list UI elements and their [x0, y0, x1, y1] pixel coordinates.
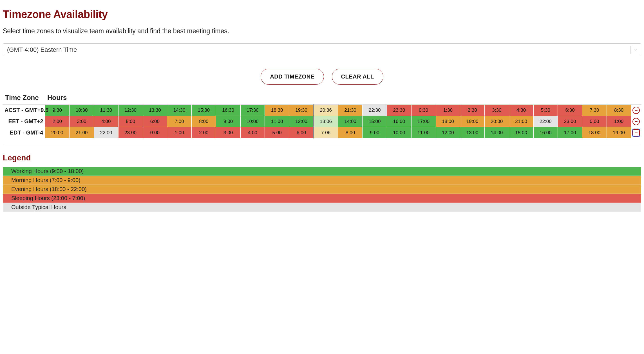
hour-cell[interactable]: 17:00	[411, 116, 436, 127]
hour-cell[interactable]: 9:00	[216, 116, 240, 127]
legend-item: Working Hours (9:00 - 18:00)	[3, 167, 641, 176]
legend-list: Working Hours (9:00 - 18:00)Morning Hour…	[3, 167, 641, 212]
hour-cell[interactable]: 2:00	[45, 116, 70, 127]
hour-cell[interactable]: 1:30	[436, 105, 460, 116]
hour-cell[interactable]: 9:00	[363, 127, 387, 138]
hour-cell[interactable]: 16:00	[533, 127, 558, 138]
table-header-hours: Hours	[45, 92, 631, 105]
hour-cell[interactable]: 11:00	[411, 127, 436, 138]
hour-cell[interactable]: 10:00	[240, 116, 265, 127]
timezone-select[interactable]: (GMT-4:00) Eastern Time	[3, 43, 641, 56]
hour-cell[interactable]: 11:30	[94, 105, 118, 116]
hour-cell[interactable]: 0:00	[143, 127, 167, 138]
hour-cell[interactable]: 23:00	[558, 116, 582, 127]
legend-item: Morning Hours (7:00 - 9:00)	[3, 176, 641, 185]
legend-title: Legend	[3, 153, 641, 162]
hour-cell[interactable]: 0:00	[582, 116, 607, 127]
hour-cell[interactable]: 16:00	[387, 116, 412, 127]
hour-cell[interactable]: 5:00	[265, 127, 289, 138]
hour-cell[interactable]: 7:00	[167, 116, 192, 127]
hour-cell[interactable]: 7:30	[582, 105, 607, 116]
legend-item: Outside Typical Hours	[3, 203, 641, 212]
timezone-label: ACST - GMT+9.5	[3, 105, 45, 116]
hour-cell[interactable]: 8:00	[338, 127, 363, 138]
add-timezone-button[interactable]: ADD TIMEZONE	[261, 69, 324, 85]
table-header-timezone: Time Zone	[3, 92, 45, 105]
hour-cell[interactable]: 20:00	[45, 127, 70, 138]
hour-cell[interactable]: 19:30	[289, 105, 314, 116]
page-container: Timezone Availability Select time zones …	[0, 0, 644, 223]
legend-item: Evening Hours (18:00 - 22:00)	[3, 185, 641, 194]
hour-cell[interactable]: 14:30	[167, 105, 192, 116]
hour-cell[interactable]: 13:06	[314, 116, 338, 127]
hour-cell[interactable]: 8:30	[607, 105, 631, 116]
hour-cell[interactable]: 13:00	[460, 127, 485, 138]
hour-cell[interactable]: 18:00	[436, 116, 460, 127]
hour-cell[interactable]: 3:00	[216, 127, 240, 138]
hour-cell[interactable]: 5:00	[118, 116, 143, 127]
timezone-table: Time Zone Hours ACST - GMT+9.59:3010:301…	[3, 92, 641, 138]
hour-cell[interactable]: 2:00	[192, 127, 216, 138]
chevron-down-icon[interactable]	[631, 44, 641, 56]
hour-cell[interactable]: 3:00	[70, 116, 94, 127]
hour-cell[interactable]: 6:00	[143, 116, 167, 127]
clear-all-button[interactable]: CLEAR ALL	[332, 69, 383, 85]
hour-cell[interactable]: 18:30	[265, 105, 289, 116]
minus-circle-icon	[634, 120, 638, 124]
hour-cell[interactable]: 8:00	[192, 116, 216, 127]
hour-cell[interactable]: 14:00	[485, 127, 509, 138]
table-row: ACST - GMT+9.59:3010:3011:3012:3013:3014…	[3, 105, 641, 116]
hour-cell[interactable]: 13:30	[143, 105, 167, 116]
hour-cell[interactable]: 23:00	[118, 127, 143, 138]
hour-cell[interactable]: 14:00	[338, 116, 363, 127]
section-divider	[3, 145, 641, 145]
hour-cell[interactable]: 15:00	[509, 127, 533, 138]
hour-cell[interactable]: 22:00	[94, 127, 118, 138]
minus-circle-icon	[634, 108, 638, 112]
hour-cell[interactable]: 23:30	[387, 105, 412, 116]
minus-circle-icon	[634, 131, 638, 135]
remove-timezone-button[interactable]	[632, 129, 640, 136]
hour-cell[interactable]: 1:00	[607, 116, 631, 127]
hour-cell[interactable]: 4:00	[94, 116, 118, 127]
hour-cell[interactable]: 2:30	[460, 105, 485, 116]
hour-cell[interactable]: 18:00	[582, 127, 607, 138]
remove-timezone-button[interactable]	[632, 107, 640, 114]
hour-cell[interactable]: 21:00	[509, 116, 533, 127]
timezone-label: EDT - GMT-4	[3, 127, 45, 138]
hour-cell[interactable]: 20:00	[485, 116, 509, 127]
hour-cell[interactable]: 12:00	[289, 116, 314, 127]
hour-cell[interactable]: 1:00	[167, 127, 192, 138]
hour-cell[interactable]: 19:00	[460, 116, 485, 127]
hour-cell[interactable]: 4:00	[240, 127, 265, 138]
hour-cell[interactable]: 21:30	[338, 105, 363, 116]
hour-cell[interactable]: 11:00	[265, 116, 289, 127]
hour-cell[interactable]: 0:30	[411, 105, 436, 116]
hour-cell[interactable]: 10:00	[387, 127, 412, 138]
remove-timezone-button[interactable]	[632, 118, 640, 125]
hour-cell[interactable]: 12:30	[118, 105, 143, 116]
table-row: EET - GMT+22:003:004:005:006:007:008:009…	[3, 116, 641, 127]
hour-cell[interactable]: 19:00	[607, 127, 631, 138]
hour-cell[interactable]: 22:00	[533, 116, 558, 127]
hour-cell[interactable]: 5:30	[533, 105, 558, 116]
hour-cell[interactable]: 22:30	[363, 105, 387, 116]
buttons-row: ADD TIMEZONE CLEAR ALL	[3, 69, 641, 85]
hour-cell[interactable]: 7:06	[314, 127, 338, 138]
hour-cell[interactable]: 15:30	[192, 105, 216, 116]
hour-cell[interactable]: 12:00	[436, 127, 460, 138]
hour-cell[interactable]: 16:30	[216, 105, 240, 116]
hour-cell[interactable]: 6:30	[558, 105, 582, 116]
hour-cell[interactable]: 17:00	[558, 127, 582, 138]
hour-cell[interactable]: 4:30	[509, 105, 533, 116]
hour-cell[interactable]: 6:00	[289, 127, 314, 138]
page-title: Timezone Availability	[3, 8, 641, 21]
hour-cell[interactable]: 10:30	[70, 105, 94, 116]
hour-cell[interactable]: 17:30	[240, 105, 265, 116]
timezone-select-value: (GMT-4:00) Eastern Time	[3, 44, 630, 56]
hour-cell[interactable]: 21:00	[70, 127, 94, 138]
hour-cell[interactable]: 3:30	[485, 105, 509, 116]
hour-cell[interactable]: 20:36	[314, 105, 338, 116]
hour-cell[interactable]: 15:00	[363, 116, 387, 127]
hour-cell[interactable]: 9:30	[45, 105, 70, 116]
